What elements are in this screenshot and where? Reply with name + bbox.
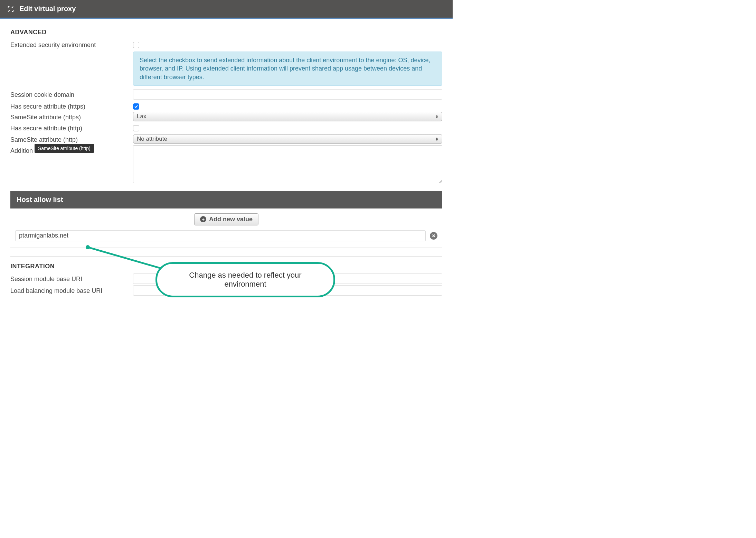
- input-session-module-uri[interactable]: [133, 273, 442, 284]
- chevron-updown-icon: ▲▼: [435, 114, 438, 119]
- section-title-integration: INTEGRATION: [10, 263, 442, 270]
- row-has-secure-http: Has secure attribute (http): [10, 123, 442, 133]
- chevron-updown-icon: ▲▼: [435, 137, 438, 141]
- label-session-cookie-domain: Session cookie domain: [10, 89, 133, 99]
- edit-icon: [7, 5, 15, 13]
- checkbox-extended-security[interactable]: [133, 42, 139, 48]
- checkbox-has-secure-https[interactable]: [133, 103, 139, 110]
- label-has-secure-https: Has secure attribute (https): [10, 101, 133, 110]
- divider: [10, 304, 442, 304]
- label-samesite-http: SameSite attribute (http): [10, 134, 133, 143]
- label-lb-module-uri: Load balancing module base URI: [10, 285, 133, 295]
- input-lb-module-uri[interactable]: [133, 285, 442, 296]
- select-samesite-http-value: No attribute: [137, 136, 167, 142]
- select-samesite-https-value: Lax: [137, 113, 146, 120]
- label-extended-security: Extended security environment: [10, 39, 133, 49]
- group-header-host-allow: Host allow list: [10, 191, 442, 208]
- add-new-value-button[interactable]: + Add new value: [194, 213, 258, 225]
- host-allow-input[interactable]: [15, 230, 426, 241]
- row-session-module-uri: Session module base URI: [10, 273, 442, 284]
- select-samesite-http[interactable]: No attribute ▲▼: [133, 134, 442, 144]
- label-has-secure-http: Has secure attribute (http): [10, 123, 133, 132]
- tooltip-samesite-http: SameSite attribute (http): [35, 144, 94, 153]
- section-title-advanced: ADVANCED: [10, 29, 442, 36]
- host-allow-row: [10, 230, 442, 241]
- label-samesite-https: SameSite attribute (https): [10, 112, 133, 121]
- add-new-value-label: Add new value: [209, 216, 253, 223]
- page-header: Edit virtual proxy: [0, 0, 453, 19]
- row-has-secure-https: Has secure attribute (https): [10, 101, 442, 110]
- checkbox-has-secure-http[interactable]: [133, 125, 139, 131]
- row-additional: Addition SameSite attribute (http): [10, 145, 442, 185]
- row-lb-module-uri: Load balancing module base URI: [10, 285, 442, 296]
- info-extended-security: Select the checkbox to send extended inf…: [133, 52, 442, 86]
- group-body-host-allow: + Add new value: [10, 208, 442, 248]
- select-samesite-https[interactable]: Lax ▲▼: [133, 112, 442, 121]
- label-additional: Addition SameSite attribute (http): [10, 145, 133, 155]
- row-extended-security: Extended security environment Select the…: [10, 39, 442, 86]
- remove-host-button[interactable]: [430, 232, 437, 240]
- row-session-cookie-domain: Session cookie domain: [10, 89, 442, 100]
- textarea-additional[interactable]: [133, 145, 442, 183]
- page-title: Edit virtual proxy: [19, 5, 76, 13]
- row-samesite-http: SameSite attribute (http) No attribute ▲…: [10, 134, 442, 144]
- row-samesite-https: SameSite attribute (https) Lax ▲▼: [10, 112, 442, 121]
- divider: [10, 256, 442, 257]
- input-session-cookie-domain[interactable]: [133, 89, 442, 100]
- label-session-module-uri: Session module base URI: [10, 273, 133, 283]
- plus-icon: +: [200, 216, 206, 222]
